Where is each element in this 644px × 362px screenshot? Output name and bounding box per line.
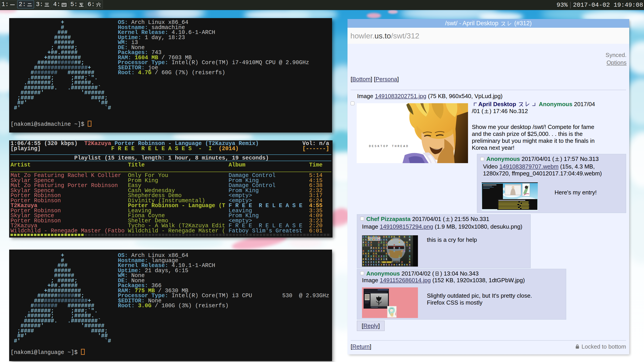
svg-text:▮▮▮ ▮▮▮▮?: ▮▮▮ ▮▮▮▮? [382,261,393,263]
svg-text:DESKTOP THREAD: DESKTOP THREAD [369,145,409,148]
